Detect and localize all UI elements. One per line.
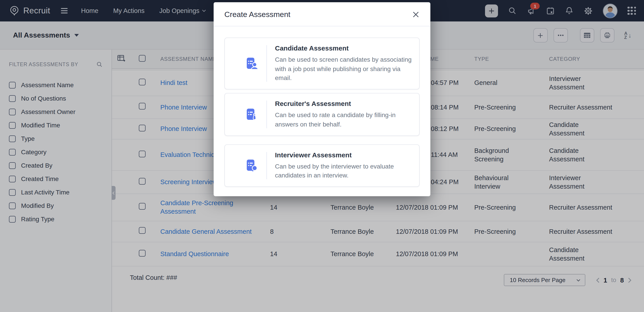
modal-body: Candidate Assessment Can be used to scre…	[214, 26, 430, 196]
card-divider	[266, 152, 267, 179]
option-recruiters-assessment[interactable]: Recruiter's Assessment Can be used to ra…	[224, 93, 420, 136]
option-candidate-assessment[interactable]: Candidate Assessment Can be used to scre…	[224, 37, 420, 89]
app-window: Recruit Home My Actions Job Openings	[0, 0, 644, 312]
option-description: Can be used to screen candidates by asso…	[275, 55, 415, 83]
close-button[interactable]	[411, 10, 420, 19]
option-title: Interviewer Assessment	[275, 151, 415, 158]
candidate-assessment-icon	[246, 57, 259, 70]
option-title: Candidate Assessment	[275, 44, 415, 52]
option-title: Recruiter's Assessment	[275, 100, 415, 107]
option-interviewer-assessment[interactable]: Interviewer Assessment Can be used by th…	[224, 144, 420, 187]
card-divider	[266, 45, 267, 82]
interviewer-assessment-icon	[246, 159, 259, 172]
create-assessment-modal: Create Assessment Candidat	[214, 2, 430, 196]
modal-title: Create Assessment	[224, 10, 290, 19]
option-description: Can be used to rate a candidate by filli…	[275, 110, 415, 129]
option-description: Can be used by the interviewer to evalua…	[275, 161, 415, 180]
modal-header: Create Assessment	[214, 2, 430, 26]
recruiter-assessment-icon	[246, 108, 259, 121]
card-divider	[266, 101, 267, 128]
